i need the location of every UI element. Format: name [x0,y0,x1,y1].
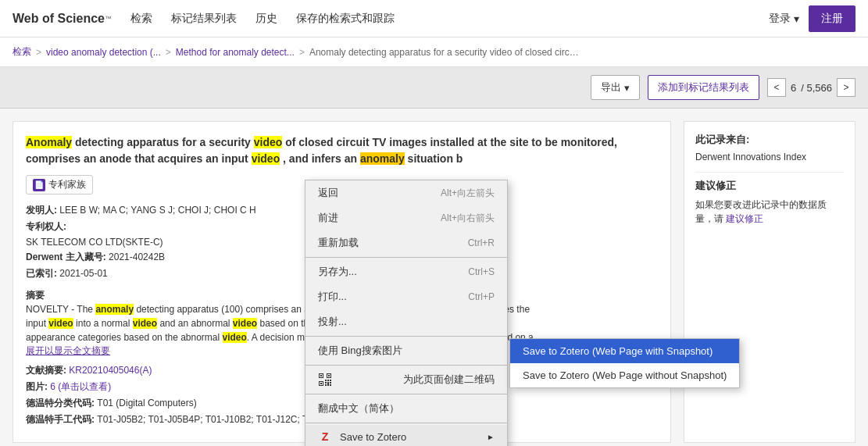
breadcrumb-sep-2: > [166,47,171,58]
inventors-label: 发明人: [26,205,57,216]
export-chevron-icon: ▾ [624,82,630,94]
context-reload-shortcut: Ctrl+R [468,237,495,248]
pagination: < 6 / 5,566 > [767,78,855,97]
register-button[interactable]: 注册 [809,5,855,32]
svg-rect-8 [320,383,322,384]
show-more-link[interactable]: 展开以显示全文摘要 [26,345,110,356]
abstract-text-4: into a normal [73,318,133,329]
svg-rect-2 [320,375,322,376]
context-print-shortcut: Ctrl+P [468,291,495,302]
patent-badge-label: 专利家族 [48,178,86,191]
context-menu-print[interactable]: 打印... Ctrl+P [305,284,507,309]
toolbar: 导出 ▾ 添加到标记结果列表 < 6 / 5,566 > [0,67,868,109]
context-cast-label: 投射... [318,315,347,329]
context-menu-translate[interactable]: 翻成中文（简体） [305,396,507,421]
svg-rect-11 [330,380,331,381]
login-button[interactable]: 登录 ▾ [769,12,799,26]
nav-saved-searches[interactable]: 保存的检索式和跟踪 [296,12,395,26]
abstract-video-highlight-3: video [133,318,157,329]
context-menu-zotero[interactable]: Z Save to Zotero ► [305,425,507,446]
nav-marked-list[interactable]: 标记结果列表 [171,12,237,26]
svg-rect-13 [325,384,327,386]
svg-rect-12 [325,382,327,384]
zotero-submenu: Save to Zotero (Web Page with Snapshot) … [509,338,740,388]
title-anomaly-1: Anomaly [26,136,72,148]
derwent-class-label: 德温特分类代码: [26,398,95,409]
header-nav: 检索 标记结果列表 历史 保存的检索式和跟踪 [130,12,769,26]
breadcrumb-level2[interactable]: Method for anomaly detect... [176,47,295,58]
indexed-value: 2021-05-01 [59,268,107,279]
context-menu-reload[interactable]: 重新加载 Ctrl+R [305,230,507,255]
context-menu-bing-image[interactable]: 使用 Bing搜索图片 [305,338,507,363]
nav-history[interactable]: 历史 [255,12,277,26]
sidebar-divider-1 [695,172,844,173]
export-button[interactable]: 导出 ▾ [591,75,640,100]
context-sep-3 [305,365,507,366]
doc-link[interactable]: KR20210405046(A) [69,365,152,376]
context-reload-label: 重新加载 [318,236,359,250]
article-title: Anomaly detecting apparatus for a securi… [26,134,658,167]
context-save-as-shortcut: Ctrl+S [468,266,495,277]
context-menu-cast[interactable]: 投射... [305,309,507,334]
add-to-list-button[interactable]: 添加到标记结果列表 [648,75,759,100]
login-label: 登录 [769,12,791,26]
context-forward-label: 前进 [318,211,338,225]
title-text-1: detecting apparatus for a security [75,136,254,148]
context-translate-label: 翻成中文（简体） [318,401,399,416]
svg-rect-16 [330,384,331,386]
context-menu-save-as[interactable]: 另存为... Ctrl+S [305,259,507,284]
patent-badge[interactable]: 📄 专利家族 [26,175,93,194]
sidebar-source-name: Derwent Innovations Index [695,152,844,162]
breadcrumb: 检索 > video anomaly detection (... > Meth… [0,37,868,67]
login-chevron-icon: ▾ [794,12,799,25]
context-forward-shortcut: Alt+向右箭头 [441,212,495,225]
logo-text: Web of Science [13,12,105,26]
prev-page-button[interactable]: < [767,78,786,97]
svg-rect-5 [328,375,330,376]
breadcrumb-sep-3: > [299,47,305,58]
export-label: 导出 [601,80,621,95]
context-sep-2 [305,336,507,337]
context-menu-back[interactable]: 返回 Alt+向左箭头 [305,180,507,205]
patent-icon: 📄 [33,179,45,191]
submenu-zotero-snapshot[interactable]: Save to Zotero (Web Page with Snapshot) [510,339,739,363]
context-menu-forward[interactable]: 前进 Alt+向右箭头 [305,205,507,230]
header: Web of Science™ 检索 标记结果列表 历史 保存的检索式和跟踪 登… [0,0,868,37]
sidebar-suggest-desc: 如果您要改进此记录中的数据质量，请 建议修正 [695,198,844,226]
sidebar: 此记录来自: Derwent Innovations Index 建议修正 如果… [684,121,855,443]
context-menu-qr[interactable]: 为此页面创建二维码 [305,367,507,392]
context-bing-label: 使用 Bing搜索图片 [318,344,402,358]
title-video-2: video [252,152,280,165]
breadcrumb-level1[interactable]: video anomaly detection (... [46,47,161,58]
submenu-zotero-no-snapshot[interactable]: Save to Zotero (Web Page without Snapsho… [510,363,739,387]
title-text-4: situation b [408,152,463,165]
abstract-anomaly-highlight: anomaly [95,304,134,315]
abstract-video-highlight-2: video [48,318,73,329]
context-print-label: 打印... [318,290,347,304]
context-menu: 返回 Alt+向左箭头 前进 Alt+向右箭头 重新加载 Ctrl+R 另存为.… [305,180,508,446]
page-total: / 5,566 [801,82,832,94]
title-text-3: , and infers an [283,152,360,165]
next-page-button[interactable]: > [837,78,855,97]
svg-rect-14 [327,382,329,386]
abstract-video-highlight-4: video [233,318,257,329]
figures-link[interactable]: 6 (单击以查看) [50,381,111,392]
sidebar-suggest-link[interactable]: 建议修正 [726,213,763,224]
derwent-hand-label: 德温特手工代码: [26,414,95,425]
svg-rect-15 [330,382,331,384]
context-zotero-label: Save to Zotero [340,431,406,443]
nav-search[interactable]: 检索 [130,12,152,26]
breadcrumb-home[interactable]: 检索 [13,45,31,59]
abstract-label: 摘要 [26,290,45,301]
derwent-num-label: Derwent 主入藏号: [26,252,106,262]
title-anomaly-2: anomaly [360,152,405,165]
context-save-as-label: 另存为... [318,265,357,279]
figures-label: 图片: [26,381,48,392]
page-current: 6 [791,82,796,94]
svg-rect-10 [327,380,329,381]
patent-owner-value: SK TELECOM CO LTD(SKTE-C) [26,237,163,248]
svg-rect-9 [325,380,327,381]
context-sep-5 [305,423,507,423]
breadcrumb-current: Anomaly detecting apparatus for a securi… [309,47,583,58]
abstract-text-novelty: NOVELTY - The [26,304,95,315]
